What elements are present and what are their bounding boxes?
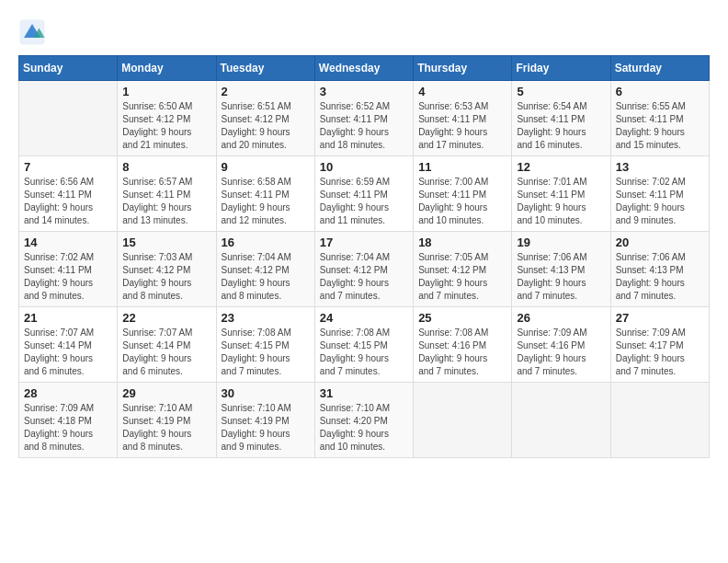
day-cell: [19, 81, 118, 156]
day-cell: 22Sunrise: 7:07 AM Sunset: 4:14 PM Dayli…: [118, 307, 216, 383]
day-number: 14: [24, 236, 112, 249]
day-info: Sunrise: 6:52 AM Sunset: 4:11 PM Dayligh…: [320, 100, 408, 152]
day-cell: [610, 383, 709, 458]
day-number: 23: [222, 311, 310, 325]
day-cell: 10Sunrise: 6:59 AM Sunset: 4:11 PM Dayli…: [314, 156, 413, 232]
day-number: 27: [616, 311, 704, 325]
day-info: Sunrise: 7:10 AM Sunset: 4:20 PM Dayligh…: [320, 402, 408, 454]
day-cell: 3Sunrise: 6:52 AM Sunset: 4:11 PM Daylig…: [314, 81, 413, 156]
day-number: 5: [517, 85, 605, 98]
day-cell: 5Sunrise: 6:54 AM Sunset: 4:11 PM Daylig…: [512, 81, 610, 156]
day-cell: 25Sunrise: 7:08 AM Sunset: 4:16 PM Dayli…: [414, 307, 512, 383]
day-info: Sunrise: 6:53 AM Sunset: 4:11 PM Dayligh…: [418, 100, 506, 152]
day-cell: 28Sunrise: 7:09 AM Sunset: 4:18 PM Dayli…: [19, 383, 118, 458]
week-row-3: 14Sunrise: 7:02 AM Sunset: 4:11 PM Dayli…: [19, 232, 710, 307]
header-cell-saturday: Saturday: [610, 56, 709, 81]
day-info: Sunrise: 7:08 AM Sunset: 4:15 PM Dayligh…: [320, 327, 408, 378]
day-cell: 31Sunrise: 7:10 AM Sunset: 4:20 PM Dayli…: [314, 383, 413, 458]
day-number: 13: [616, 160, 704, 174]
day-cell: 16Sunrise: 7:04 AM Sunset: 4:12 PM Dayli…: [216, 232, 314, 307]
header-cell-thursday: Thursday: [414, 56, 512, 81]
week-row-5: 28Sunrise: 7:09 AM Sunset: 4:18 PM Dayli…: [19, 383, 710, 458]
day-info: Sunrise: 7:07 AM Sunset: 4:14 PM Dayligh…: [24, 327, 112, 378]
header-cell-sunday: Sunday: [19, 56, 118, 81]
day-number: 24: [320, 311, 408, 325]
day-number: 6: [616, 85, 704, 98]
day-info: Sunrise: 7:03 AM Sunset: 4:12 PM Dayligh…: [122, 251, 210, 303]
day-number: 31: [320, 386, 408, 400]
day-info: Sunrise: 7:09 AM Sunset: 4:16 PM Dayligh…: [517, 327, 605, 378]
day-number: 1: [122, 85, 210, 98]
day-cell: 11Sunrise: 7:00 AM Sunset: 4:11 PM Dayli…: [414, 156, 512, 232]
day-info: Sunrise: 7:06 AM Sunset: 4:13 PM Dayligh…: [616, 251, 704, 303]
day-cell: 17Sunrise: 7:04 AM Sunset: 4:12 PM Dayli…: [314, 232, 413, 307]
day-cell: 13Sunrise: 7:02 AM Sunset: 4:11 PM Dayli…: [610, 156, 709, 232]
day-info: Sunrise: 7:02 AM Sunset: 4:11 PM Dayligh…: [24, 251, 112, 303]
day-info: Sunrise: 7:09 AM Sunset: 4:18 PM Dayligh…: [24, 402, 112, 454]
day-cell: 20Sunrise: 7:06 AM Sunset: 4:13 PM Dayli…: [610, 232, 709, 307]
day-info: Sunrise: 6:58 AM Sunset: 4:11 PM Dayligh…: [222, 176, 310, 227]
day-number: 25: [418, 311, 506, 325]
week-row-1: 1Sunrise: 6:50 AM Sunset: 4:12 PM Daylig…: [19, 81, 710, 156]
day-info: Sunrise: 6:59 AM Sunset: 4:11 PM Dayligh…: [320, 176, 408, 227]
day-info: Sunrise: 7:10 AM Sunset: 4:19 PM Dayligh…: [122, 402, 210, 454]
day-cell: 29Sunrise: 7:10 AM Sunset: 4:19 PM Dayli…: [118, 383, 216, 458]
day-info: Sunrise: 7:07 AM Sunset: 4:14 PM Dayligh…: [122, 327, 210, 378]
day-number: 12: [517, 160, 605, 174]
day-cell: 2Sunrise: 6:51 AM Sunset: 4:12 PM Daylig…: [216, 81, 314, 156]
day-number: 19: [517, 236, 605, 249]
header-cell-friday: Friday: [512, 56, 610, 81]
header-cell-monday: Monday: [118, 56, 216, 81]
day-cell: 27Sunrise: 7:09 AM Sunset: 4:17 PM Dayli…: [610, 307, 709, 383]
day-cell: 8Sunrise: 6:57 AM Sunset: 4:11 PM Daylig…: [118, 156, 216, 232]
day-info: Sunrise: 7:08 AM Sunset: 4:16 PM Dayligh…: [418, 327, 506, 378]
day-cell: [512, 383, 610, 458]
day-number: 22: [122, 311, 210, 325]
day-info: Sunrise: 6:50 AM Sunset: 4:12 PM Dayligh…: [122, 100, 210, 152]
header-row: SundayMondayTuesdayWednesdayThursdayFrid…: [19, 56, 710, 81]
calendar-table: SundayMondayTuesdayWednesdayThursdayFrid…: [18, 55, 710, 458]
day-number: 17: [320, 236, 408, 249]
day-info: Sunrise: 6:51 AM Sunset: 4:12 PM Dayligh…: [222, 100, 310, 152]
day-info: Sunrise: 7:02 AM Sunset: 4:11 PM Dayligh…: [616, 176, 704, 227]
day-cell: 30Sunrise: 7:10 AM Sunset: 4:19 PM Dayli…: [216, 383, 314, 458]
day-info: Sunrise: 7:09 AM Sunset: 4:17 PM Dayligh…: [616, 327, 704, 378]
day-cell: 4Sunrise: 6:53 AM Sunset: 4:11 PM Daylig…: [414, 81, 512, 156]
day-number: 7: [24, 160, 112, 174]
day-number: 4: [418, 85, 506, 98]
day-info: Sunrise: 7:00 AM Sunset: 4:11 PM Dayligh…: [418, 176, 506, 227]
day-number: 18: [418, 236, 506, 249]
day-number: 8: [122, 160, 210, 174]
day-cell: 1Sunrise: 6:50 AM Sunset: 4:12 PM Daylig…: [118, 81, 216, 156]
day-number: 2: [222, 85, 310, 98]
day-cell: 9Sunrise: 6:58 AM Sunset: 4:11 PM Daylig…: [216, 156, 314, 232]
day-number: 9: [222, 160, 310, 174]
day-number: 20: [616, 236, 704, 249]
day-cell: 7Sunrise: 6:56 AM Sunset: 4:11 PM Daylig…: [19, 156, 118, 232]
day-number: 11: [418, 160, 506, 174]
logo: [18, 18, 50, 46]
day-number: 29: [122, 386, 210, 400]
day-number: 30: [222, 386, 310, 400]
day-cell: 24Sunrise: 7:08 AM Sunset: 4:15 PM Dayli…: [314, 307, 413, 383]
day-cell: 19Sunrise: 7:06 AM Sunset: 4:13 PM Dayli…: [512, 232, 610, 307]
day-info: Sunrise: 6:57 AM Sunset: 4:11 PM Dayligh…: [122, 176, 210, 227]
day-info: Sunrise: 7:04 AM Sunset: 4:12 PM Dayligh…: [320, 251, 408, 303]
day-number: 16: [222, 236, 310, 249]
day-number: 21: [24, 311, 112, 325]
day-cell: 21Sunrise: 7:07 AM Sunset: 4:14 PM Dayli…: [19, 307, 118, 383]
day-cell: 14Sunrise: 7:02 AM Sunset: 4:11 PM Dayli…: [19, 232, 118, 307]
day-info: Sunrise: 7:10 AM Sunset: 4:19 PM Dayligh…: [222, 402, 310, 454]
day-cell: 23Sunrise: 7:08 AM Sunset: 4:15 PM Dayli…: [216, 307, 314, 383]
calendar-header: SundayMondayTuesdayWednesdayThursdayFrid…: [19, 56, 710, 81]
week-row-4: 21Sunrise: 7:07 AM Sunset: 4:14 PM Dayli…: [19, 307, 710, 383]
day-cell: 12Sunrise: 7:01 AM Sunset: 4:11 PM Dayli…: [512, 156, 610, 232]
day-number: 28: [24, 386, 112, 400]
day-info: Sunrise: 7:01 AM Sunset: 4:11 PM Dayligh…: [517, 176, 605, 227]
day-info: Sunrise: 6:54 AM Sunset: 4:11 PM Dayligh…: [517, 100, 605, 152]
header-cell-tuesday: Tuesday: [216, 56, 314, 81]
day-cell: 15Sunrise: 7:03 AM Sunset: 4:12 PM Dayli…: [118, 232, 216, 307]
day-cell: 18Sunrise: 7:05 AM Sunset: 4:12 PM Dayli…: [414, 232, 512, 307]
page-header: [18, 18, 710, 46]
week-row-2: 7Sunrise: 6:56 AM Sunset: 4:11 PM Daylig…: [19, 156, 710, 232]
